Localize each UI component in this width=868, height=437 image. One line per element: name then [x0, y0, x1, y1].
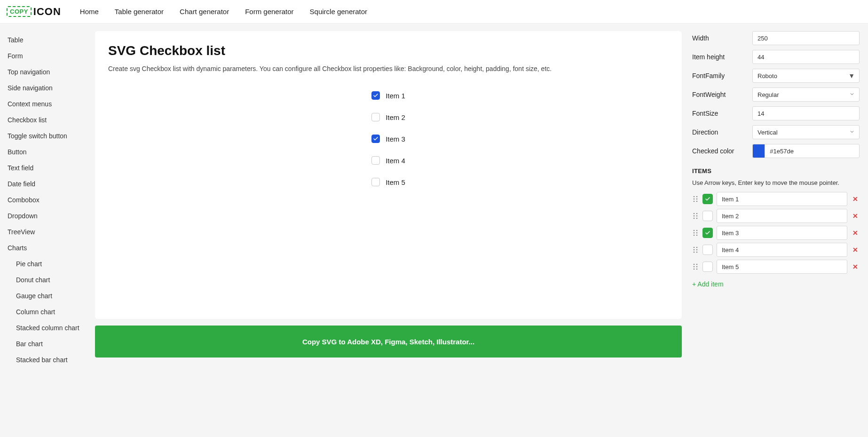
sidebar-item[interactable]: Checkbox list	[8, 112, 87, 128]
item-label-input[interactable]	[717, 226, 847, 240]
svg-point-21	[696, 249, 698, 251]
checkbox-icon[interactable]	[371, 156, 380, 165]
checkbox-item[interactable]: Item 1	[371, 91, 405, 100]
delete-item-icon[interactable]: ✕	[851, 229, 860, 237]
checkbox-item[interactable]: Item 3	[371, 135, 405, 143]
item-label-input[interactable]	[717, 192, 847, 206]
page-title: SVG Checkbox list	[108, 43, 669, 58]
checkbox-preview: Item 1Item 2Item 3Item 4Item 5	[108, 91, 669, 186]
svg-point-9	[696, 215, 698, 217]
input-font-size[interactable]	[752, 106, 860, 120]
drag-handle-icon[interactable]	[692, 246, 699, 254]
topbar: COPY ICON HomeTable generatorChart gener…	[0, 0, 868, 24]
select-direction[interactable]: Vertical	[752, 125, 860, 139]
checkbox-label: Item 4	[386, 157, 405, 165]
field-font-family: FontFamily Roboto ▼	[692, 69, 860, 83]
select-font-family[interactable]: Roboto	[752, 69, 860, 83]
item-checked-toggle[interactable]	[702, 194, 713, 204]
topnav-link[interactable]: Table generator	[115, 8, 164, 16]
label-font-family: FontFamily	[692, 72, 748, 79]
checkbox-icon[interactable]	[371, 178, 380, 186]
field-font-weight: FontWeight Regular	[692, 87, 860, 102]
drag-handle-icon[interactable]	[692, 212, 699, 220]
sidebar-item[interactable]: Donut chart	[8, 272, 87, 288]
input-item-height[interactable]	[752, 50, 860, 64]
item-checked-toggle[interactable]	[702, 228, 713, 238]
item-label-input[interactable]	[717, 209, 847, 223]
topnav-link[interactable]: Home	[80, 8, 99, 16]
top-navigation: HomeTable generatorChart generatorForm g…	[80, 8, 367, 16]
sidebar-item[interactable]: Text field	[8, 160, 87, 176]
properties-panel: Width Item height FontFamily Roboto ▼ Fo…	[689, 24, 868, 437]
sidebar-item[interactable]: Gauge chart	[8, 288, 87, 304]
drag-handle-icon[interactable]	[692, 229, 699, 237]
sidebar-item[interactable]: Pie chart	[8, 256, 87, 272]
sidebar-item[interactable]: Bar chart	[8, 336, 87, 352]
add-item-button[interactable]: + Add item	[692, 280, 724, 288]
input-width[interactable]	[752, 31, 860, 45]
sidebar-item[interactable]: Date field	[8, 176, 87, 192]
sidebar-item[interactable]: Table	[8, 32, 87, 48]
sidebar: TableFormTop navigationSide navigationCo…	[0, 24, 87, 437]
svg-point-24	[694, 264, 695, 265]
copy-svg-button[interactable]: Copy SVG to Adobe XD, Figma, Sketch, Ill…	[95, 326, 682, 358]
select-font-weight[interactable]: Regular	[752, 87, 860, 102]
sidebar-item[interactable]: TreeView	[8, 224, 87, 240]
sidebar-item[interactable]: Combobox	[8, 192, 87, 208]
item-label-input[interactable]	[717, 260, 847, 274]
checkbox-item[interactable]: Item 2	[371, 113, 405, 121]
drag-handle-icon[interactable]	[692, 195, 699, 203]
checkbox-icon[interactable]	[371, 135, 380, 143]
svg-point-7	[696, 213, 698, 215]
svg-point-10	[694, 218, 695, 219]
svg-point-20	[694, 249, 695, 251]
sidebar-item[interactable]: Stacked column chart	[8, 320, 87, 336]
checkbox-label: Item 3	[386, 135, 405, 143]
sidebar-item[interactable]: Button	[8, 144, 87, 160]
sidebar-item[interactable]: Dropdown	[8, 208, 87, 224]
delete-item-icon[interactable]: ✕	[851, 212, 860, 220]
delete-item-icon[interactable]: ✕	[851, 246, 860, 254]
delete-item-icon[interactable]: ✕	[851, 195, 860, 203]
checkbox-item[interactable]: Item 4	[371, 156, 405, 165]
items-heading: ITEMS	[692, 167, 860, 175]
preview-card: SVG Checkbox list Create svg Checkbox li…	[95, 31, 682, 319]
delete-item-icon[interactable]: ✕	[851, 263, 860, 270]
topnav-link[interactable]: Chart generator	[180, 8, 229, 16]
topnav-link[interactable]: Squircle generator	[310, 8, 368, 16]
sidebar-item[interactable]: Column chart	[8, 304, 87, 320]
drag-handle-icon[interactable]	[692, 263, 699, 270]
svg-point-12	[694, 230, 695, 231]
color-swatch[interactable]	[752, 144, 765, 158]
svg-point-1	[696, 196, 698, 198]
checkbox-item[interactable]: Item 5	[371, 178, 405, 186]
panel-item-row: ✕	[692, 192, 860, 206]
field-item-height: Item height	[692, 50, 860, 64]
field-direction: Direction Vertical	[692, 125, 860, 139]
sidebar-item[interactable]: Top navigation	[8, 64, 87, 80]
item-label-input[interactable]	[717, 243, 847, 257]
sidebar-item[interactable]: Toggle switch button	[8, 128, 87, 144]
sidebar-item[interactable]: Form	[8, 48, 87, 64]
panel-item-row: ✕	[692, 226, 860, 240]
svg-point-17	[696, 235, 698, 236]
topnav-link[interactable]: Form generator	[245, 8, 293, 16]
label-font-weight: FontWeight	[692, 91, 748, 98]
svg-point-23	[696, 252, 698, 253]
sidebar-item[interactable]: Context menus	[8, 96, 87, 112]
item-checked-toggle[interactable]	[702, 211, 713, 221]
svg-point-8	[694, 215, 695, 217]
sidebar-item[interactable]: Side navigation	[8, 80, 87, 96]
svg-point-16	[694, 235, 695, 236]
sidebar-item[interactable]: Charts	[8, 240, 87, 256]
sidebar-item[interactable]: Stacked bar chart	[8, 352, 87, 368]
logo[interactable]: COPY ICON	[7, 6, 61, 18]
panel-item-row: ✕	[692, 260, 860, 274]
input-checked-color[interactable]	[765, 144, 860, 158]
svg-point-13	[696, 230, 698, 231]
checkbox-icon[interactable]	[371, 113, 380, 121]
item-checked-toggle[interactable]	[702, 245, 713, 255]
panel-item-row: ✕	[692, 243, 860, 257]
item-checked-toggle[interactable]	[702, 262, 713, 272]
checkbox-icon[interactable]	[371, 91, 380, 100]
